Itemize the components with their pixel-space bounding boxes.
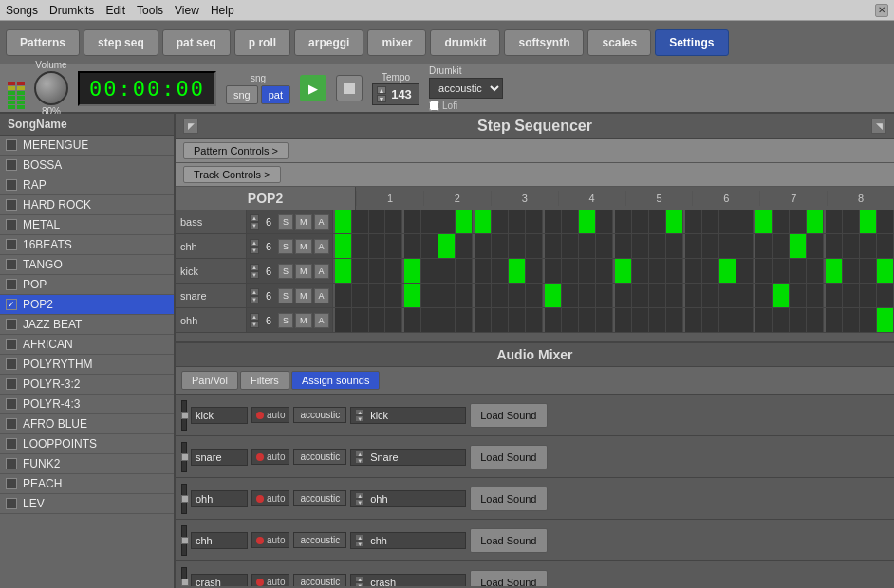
step-cell[interactable] (773, 308, 790, 332)
step-cell[interactable] (754, 234, 773, 258)
step-cell[interactable] (509, 234, 526, 258)
mixer-tab-filters[interactable]: Filters (240, 371, 289, 390)
sidebar-song-item[interactable]: POLYR-4:3 (0, 395, 174, 414)
menu-edit[interactable]: Edit (105, 4, 125, 17)
step-cell[interactable] (333, 234, 352, 258)
volume-knob[interactable] (34, 71, 68, 105)
step-cell[interactable] (632, 234, 649, 258)
step-cell[interactable] (562, 284, 579, 307)
step-cell[interactable] (824, 284, 843, 307)
step-cell[interactable] (649, 210, 666, 233)
step-cell[interactable] (702, 210, 719, 233)
track-btn-s[interactable]: S (278, 239, 293, 254)
step-cell[interactable] (649, 308, 666, 332)
step-cell[interactable] (352, 210, 369, 233)
step-cell[interactable] (754, 259, 773, 283)
step-cell[interactable] (860, 234, 877, 258)
play-button[interactable]: ▶ (300, 75, 326, 101)
step-cell[interactable] (438, 308, 456, 332)
track-btn-s[interactable]: S (278, 214, 293, 230)
drumkit-select[interactable]: accoustic (429, 78, 503, 99)
step-cell[interactable] (333, 308, 352, 332)
step-cell[interactable] (649, 284, 666, 307)
stop-button[interactable] (336, 75, 363, 101)
step-cell[interactable] (632, 210, 649, 233)
step-cell[interactable] (843, 284, 860, 307)
step-cell[interactable] (807, 210, 824, 233)
step-cell[interactable] (473, 234, 492, 258)
lofi-checkbox[interactable] (429, 101, 439, 111)
sidebar-song-item[interactable]: HARD ROCK (0, 195, 174, 215)
step-cell[interactable] (369, 308, 386, 332)
step-cell[interactable] (456, 259, 473, 283)
step-cell[interactable] (509, 308, 526, 332)
track-controls-button[interactable]: Track Controls > (183, 166, 281, 183)
sound-down-button[interactable]: ▼ (355, 457, 364, 464)
track-btn-m[interactable]: M (295, 313, 312, 328)
step-cell[interactable] (843, 210, 860, 233)
step-cell[interactable] (807, 284, 824, 307)
sidebar-song-item[interactable]: LOOPPOINTS (0, 434, 174, 454)
step-cell[interactable] (562, 234, 579, 258)
step-cell[interactable] (579, 308, 596, 332)
step-cell[interactable] (596, 259, 613, 283)
track-btn-a[interactable]: A (314, 288, 329, 303)
step-cell[interactable] (473, 210, 492, 233)
step-cell[interactable] (736, 259, 754, 283)
step-cell[interactable] (702, 259, 719, 283)
sound-down-button[interactable]: ▼ (355, 499, 364, 505)
step-cell[interactable] (456, 234, 473, 258)
track-btn-m[interactable]: M (295, 264, 312, 279)
step-cell[interactable] (736, 234, 754, 258)
step-cell[interactable] (632, 284, 649, 307)
step-cell[interactable] (369, 210, 386, 233)
step-cell[interactable] (456, 210, 473, 233)
channel-fader[interactable] (181, 567, 187, 587)
nav-tab-settings[interactable]: Settings (655, 29, 728, 56)
step-cell[interactable] (543, 210, 562, 233)
step-cell[interactable] (754, 210, 773, 233)
step-cell[interactable] (790, 259, 807, 283)
load-sound-button[interactable]: Load Sound (470, 487, 547, 511)
step-cell[interactable] (683, 308, 702, 332)
track-btn-a[interactable]: A (314, 264, 329, 279)
sidebar-song-item[interactable]: JAZZ BEAT (0, 315, 174, 335)
menu-drumkits[interactable]: Drumkits (49, 4, 94, 17)
step-cell[interactable] (683, 210, 702, 233)
menu-tools[interactable]: Tools (137, 4, 163, 17)
step-cell[interactable] (613, 259, 632, 283)
sidebar-song-item[interactable]: POLYRYTHM (0, 355, 174, 375)
nav-tab-drumkit[interactable]: drumkit (430, 29, 500, 56)
pat-button[interactable]: pat (261, 85, 290, 104)
step-cell[interactable] (790, 234, 807, 258)
step-cell[interactable] (492, 259, 509, 283)
sidebar-song-item[interactable]: AFRO BLUE (0, 414, 174, 434)
step-cell[interactable] (333, 259, 352, 283)
step-cell[interactable] (736, 308, 754, 332)
step-cell[interactable] (562, 259, 579, 283)
step-cell[interactable] (369, 284, 386, 307)
track-vol-up-button[interactable]: ▲ (250, 288, 259, 296)
step-cell[interactable] (877, 284, 894, 307)
track-btn-s[interactable]: S (278, 313, 293, 328)
step-cell[interactable] (543, 284, 562, 307)
menu-songs[interactable]: Songs (6, 4, 38, 17)
step-cell[interactable] (773, 210, 790, 233)
channel-fader[interactable] (181, 400, 187, 431)
step-cell[interactable] (719, 308, 736, 332)
step-cell[interactable] (719, 210, 736, 233)
step-cell[interactable] (385, 308, 402, 332)
step-cell[interactable] (824, 259, 843, 283)
step-cell[interactable] (543, 234, 562, 258)
nav-tab-patterns[interactable]: Patterns (6, 29, 80, 56)
step-cell[interactable] (807, 308, 824, 332)
step-cell[interactable] (473, 284, 492, 307)
step-cell[interactable] (843, 234, 860, 258)
step-cell[interactable] (596, 308, 613, 332)
step-cell[interactable] (843, 308, 860, 332)
step-cell[interactable] (526, 234, 543, 258)
channel-fader[interactable] (181, 484, 187, 514)
track-vol-down-button[interactable]: ▼ (250, 296, 259, 303)
step-cell[interactable] (773, 284, 790, 307)
nav-tab-arpeggi[interactable]: arpeggi (294, 29, 363, 56)
